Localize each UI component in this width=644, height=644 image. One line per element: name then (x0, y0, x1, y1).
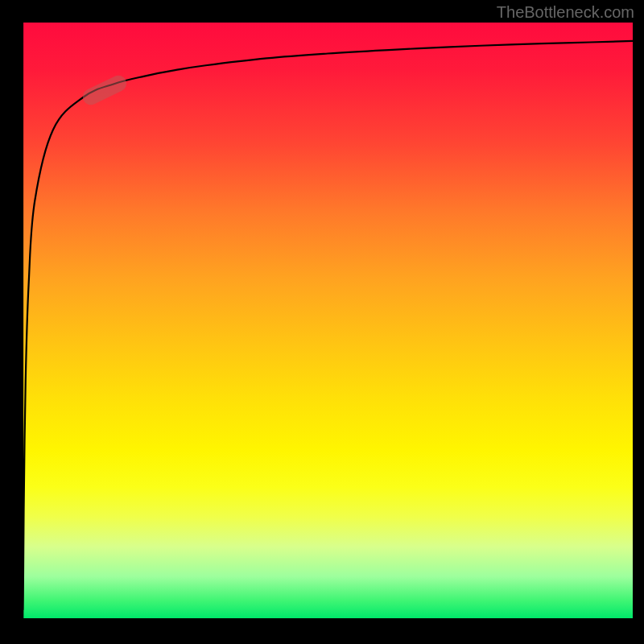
chart-plot-area (23, 23, 633, 618)
bottleneck-curve (23, 23, 633, 618)
watermark-text: TheBottleneck.com (497, 3, 634, 22)
chart-svg (23, 23, 633, 618)
